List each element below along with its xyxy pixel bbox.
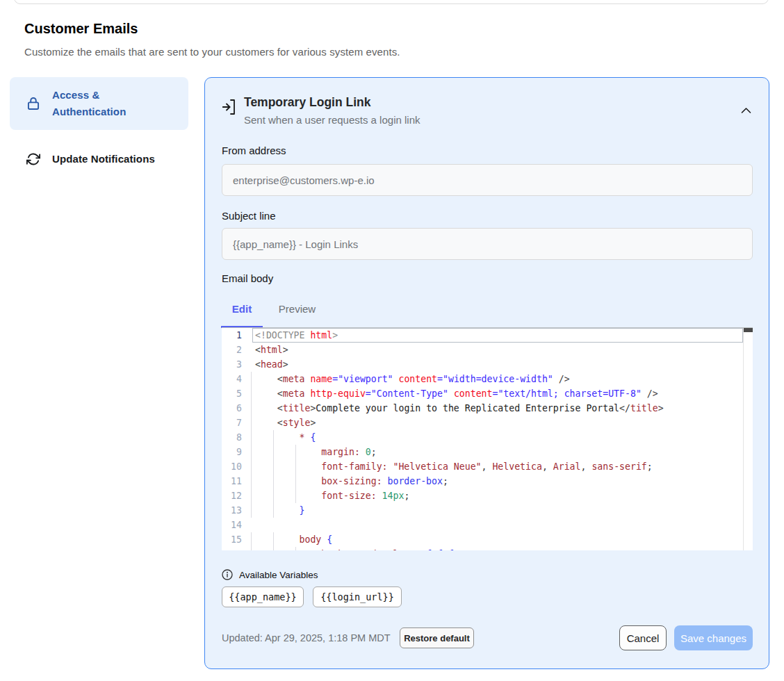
tab-preview[interactable]: Preview [271,300,323,328]
editor-scrollbar[interactable] [743,328,753,550]
sidebar-item-label: Access &Authentication [52,87,126,120]
previous-card-bottom-edge [14,0,769,4]
code-line-2: <html> [252,343,743,357]
sidebar-item-label: Update Notifications [52,151,155,167]
code-line-7: <style> [252,416,743,430]
available-variables-label: Available Variables [239,570,318,580]
save-changes-button[interactable]: Save changes [674,625,753,650]
code-line-6: <title>Complete your login to the Replic… [252,401,743,416]
refresh-icon [26,152,40,166]
email-settings-card: Temporary Login Link Sent when a user re… [204,77,769,669]
from-address-input[interactable] [222,164,753,196]
sidebar-item-update-notifications[interactable]: Update Notifications [10,142,188,176]
code-line-5: <meta http-equiv="Content-Type" content=… [252,386,743,401]
page-title: Customer Emails [24,21,138,37]
code-line-9: margin: 0; [252,445,743,459]
restore-default-button[interactable]: Restore default [400,627,474,648]
panel-subtitle: Sent when a user requests a login link [244,114,420,126]
subject-line-label: Subject line [222,210,276,222]
info-icon [222,569,233,580]
code-line-16: background-color: #f0f0f0; [252,547,743,550]
editor-scrollbar-thumb[interactable] [744,328,753,332]
code-line-3: <head> [252,357,743,372]
variable-chip-login-url[interactable]: {{login_url}} [313,586,402,607]
tab-edit[interactable]: Edit [221,300,263,328]
lock-icon [26,97,40,110]
code-line-8: * { [252,430,743,445]
email-body-label: Email body [222,272,273,284]
from-address-label: From address [222,145,286,156]
cancel-button[interactable]: Cancel [619,625,667,650]
page-subtitle: Customize the emails that are sent to yo… [24,46,400,58]
editor-code[interactable]: <!DOCTYPE html><html><head><meta name="v… [252,328,743,550]
code-line-4: <meta name="viewport" content="width=dev… [252,372,743,386]
panel-title: Temporary Login Link [244,95,370,110]
code-line-10: font-family: "Helvetica Neue", Helvetica… [252,459,743,474]
code-line-15: body { [252,532,743,547]
code-line-12: font-size: 14px; [252,489,743,503]
subject-line-input[interactable] [222,228,753,260]
variable-chip-app-name[interactable]: {{app_name}} [222,586,304,607]
code-line-14 [252,518,743,532]
available-variables-row: Available Variables [222,569,318,580]
code-line-13: } [252,503,743,518]
code-line-11: box-sizing: border-box; [252,474,743,489]
updated-timestamp: Updated: Apr 29, 2025, 1:18 PM MDT [222,632,391,643]
code-line-1: <!DOCTYPE html> [252,328,743,343]
code-editor[interactable]: 12345678910111213141516 <!DOCTYPE html><… [222,327,753,550]
collapse-chevron-icon[interactable] [741,107,751,114]
login-icon [222,99,236,115]
sidebar-item-access-authentication[interactable]: Access &Authentication [10,77,188,130]
editor-line-numbers: 12345678910111213141516 [222,328,252,550]
